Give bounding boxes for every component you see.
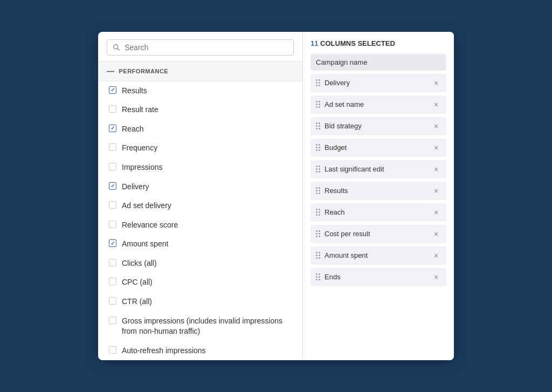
collapse-icon[interactable]: —: [107, 67, 115, 75]
item-label: Amount spent: [122, 239, 168, 250]
columns-count: 11: [310, 39, 318, 47]
list-item[interactable]: Frequency: [98, 139, 302, 158]
drag-handle-icon[interactable]: [316, 252, 320, 259]
item-label: Result rate: [122, 105, 158, 115]
checkbox[interactable]: [109, 221, 116, 228]
item-label: Reach: [122, 124, 143, 135]
item-label: Relevance score: [122, 220, 178, 231]
item-label: Delivery: [122, 182, 149, 192]
list-item[interactable]: CPC (all): [98, 273, 302, 292]
column-tag: Delivery×: [310, 74, 446, 92]
item-label: Ad set delivery: [122, 201, 171, 211]
checkbox[interactable]: [109, 259, 116, 266]
section-label: PERFORMANCE: [119, 68, 169, 74]
column-name: Cost per result: [325, 230, 431, 238]
search-box[interactable]: [107, 39, 294, 56]
drag-handle-icon[interactable]: [316, 79, 320, 86]
checkbox[interactable]: [109, 201, 116, 209]
checkbox[interactable]: [109, 346, 116, 354]
remove-column-button[interactable]: ×: [431, 272, 441, 282]
column-name: Delivery: [325, 79, 431, 87]
item-label: CTR (all): [122, 297, 152, 307]
column-tag: Campaign name: [310, 54, 446, 71]
remove-column-button[interactable]: ×: [431, 78, 441, 88]
item-label: Frequency: [122, 143, 157, 154]
drag-handle-icon[interactable]: [316, 230, 320, 237]
search-icon: [113, 44, 120, 51]
list-item[interactable]: Relevance score: [98, 216, 302, 235]
checkbox[interactable]: [109, 143, 116, 151]
list-item[interactable]: Impressions: [98, 158, 302, 177]
remove-column-button[interactable]: ×: [431, 251, 441, 260]
checkbox[interactable]: [109, 239, 116, 247]
item-label: Gross impressions (includes invalid impr…: [122, 316, 294, 337]
item-label: Auto-refresh impressions: [122, 346, 206, 356]
list-item[interactable]: Result rate: [98, 100, 302, 120]
drag-handle-icon[interactable]: [316, 187, 320, 194]
drag-handle-icon[interactable]: [316, 166, 320, 173]
columns-selected-text: COLUMNS SELECTED: [320, 39, 395, 47]
search-container: [98, 32, 302, 61]
checkbox[interactable]: [109, 182, 116, 190]
item-label: CPC (all): [122, 277, 153, 288]
search-input[interactable]: [125, 43, 288, 52]
column-tag: Cost per result×: [310, 225, 446, 243]
checkbox[interactable]: [109, 297, 116, 305]
remove-column-button[interactable]: ×: [431, 121, 441, 131]
checkbox[interactable]: [109, 125, 116, 132]
column-name: Budget: [325, 143, 431, 152]
remove-column-button[interactable]: ×: [431, 143, 441, 153]
list-item[interactable]: Auto-refresh impressions: [98, 341, 302, 361]
remove-column-button[interactable]: ×: [431, 186, 441, 196]
checkbox[interactable]: [109, 105, 116, 113]
remove-column-button[interactable]: ×: [431, 164, 441, 174]
drag-handle-icon[interactable]: [316, 122, 320, 129]
columns-header: 11 COLUMNS SELECTED: [310, 39, 446, 47]
list-item[interactable]: Reach: [98, 120, 302, 139]
column-tag: Ad set name×: [310, 95, 446, 114]
drag-handle-icon[interactable]: [316, 209, 320, 216]
list-item[interactable]: Gross impressions (includes invalid impr…: [98, 312, 302, 341]
column-name: Amount spent: [325, 251, 431, 259]
column-tag: Ends×: [310, 268, 446, 286]
column-tag: Last significant edit×: [310, 160, 446, 178]
item-label: Clicks (all): [122, 258, 157, 269]
column-name: Ends: [325, 273, 431, 281]
checkbox[interactable]: [109, 278, 116, 285]
checkbox[interactable]: [109, 317, 116, 324]
column-name: Results: [325, 187, 431, 195]
column-name: Last significant edit: [325, 165, 431, 173]
remove-column-button[interactable]: ×: [431, 208, 441, 217]
left-panel: — PERFORMANCE ResultsResult rateReachFre…: [98, 32, 303, 361]
column-tag: Amount spent×: [310, 246, 446, 265]
drag-handle-icon[interactable]: [316, 101, 320, 108]
item-label: Impressions: [122, 162, 162, 173]
list-item[interactable]: CTR (all): [98, 292, 302, 312]
list-item[interactable]: Clicks (all): [98, 254, 302, 273]
column-selector-modal: — PERFORMANCE ResultsResult rateReachFre…: [98, 32, 454, 361]
column-tag: Bid strategy×: [310, 117, 446, 135]
drag-handle-icon[interactable]: [316, 144, 320, 151]
right-panel: 11 COLUMNS SELECTED Campaign nameDeliver…: [303, 32, 454, 361]
drag-handle-icon[interactable]: [316, 273, 320, 280]
column-tag: Reach×: [310, 203, 446, 222]
checkbox[interactable]: [109, 86, 116, 94]
svg-line-1: [118, 48, 120, 50]
column-tag: Budget×: [310, 139, 446, 157]
remove-column-button[interactable]: ×: [431, 229, 441, 239]
columns-list: Campaign nameDelivery×Ad set name×Bid st…: [310, 54, 446, 290]
items-list: ResultsResult rateReachFrequencyImpressi…: [98, 81, 302, 361]
list-item[interactable]: Results: [98, 81, 302, 101]
checkbox[interactable]: [109, 163, 116, 170]
column-name: Ad set name: [325, 100, 431, 108]
column-name: Bid strategy: [325, 122, 431, 130]
remove-column-button[interactable]: ×: [431, 100, 441, 109]
column-tag: Results×: [310, 182, 446, 200]
column-name: Campaign name: [316, 58, 441, 66]
list-item[interactable]: Amount spent: [98, 235, 302, 254]
list-item[interactable]: Delivery: [98, 177, 302, 197]
column-name: Reach: [325, 208, 431, 216]
list-item[interactable]: Ad set delivery: [98, 196, 302, 216]
performance-section-header: — PERFORMANCE: [98, 61, 302, 81]
item-label: Results: [122, 86, 147, 97]
